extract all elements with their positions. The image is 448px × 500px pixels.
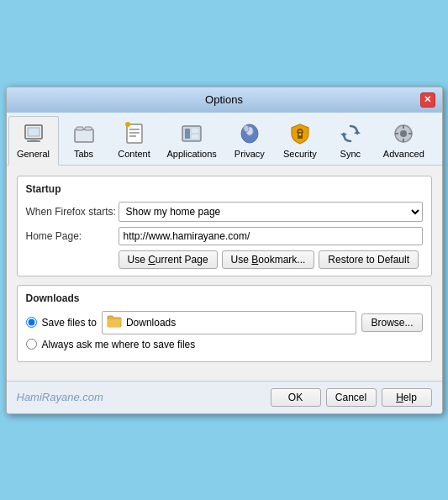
svg-rect-1 [28,128,40,136]
tab-advanced[interactable]: Advanced [376,116,432,165]
folder-icon [107,314,122,331]
advanced-icon [390,120,417,147]
options-window: Options ✕ General [6,87,443,414]
svg-marker-22 [340,134,347,137]
window-title: Options [29,93,420,106]
when-starts-select[interactable]: Show my home page [119,202,423,222]
tab-general[interactable]: General [8,116,59,166]
security-icon [287,120,314,147]
tab-privacy[interactable]: Privacy [224,116,275,165]
svg-rect-4 [75,129,93,142]
help-label: Help [396,392,417,403]
watermark: HamiRayane.com [17,391,103,403]
svg-rect-3 [30,139,37,140]
save-files-label: Save files to [42,317,97,329]
startup-section: Startup When Firefox starts: Show my hom… [17,176,432,276]
footer: HamiRayane.com OK Cancel Help [7,381,442,413]
save-files-radio[interactable] [26,317,37,328]
tab-security-label: Security [283,149,317,159]
tab-security[interactable]: Security [275,116,325,165]
use-bookmark-label: Use Bookmark... [231,254,306,266]
svg-rect-13 [185,129,190,139]
download-path-text: Downloads [126,317,176,329]
tab-content[interactable]: Content [109,116,160,165]
help-button[interactable]: Help [382,388,432,407]
startup-title: Startup [26,183,423,195]
tab-bar: General Tabs Con [7,113,442,166]
svg-rect-28 [408,133,412,134]
homepage-row: Home Page: [26,227,423,245]
close-button[interactable]: ✕ [420,92,435,108]
tab-tabs[interactable]: Tabs [59,116,109,165]
svg-rect-25 [403,125,404,129]
svg-marker-21 [354,130,361,134]
when-starts-label: When Firefox starts: [26,206,119,218]
content-icon [121,120,148,147]
privacy-icon [236,120,263,147]
tab-general-label: General [17,149,50,159]
svg-point-20 [298,133,301,135]
tabs-icon [71,120,98,147]
svg-rect-27 [395,133,398,134]
tab-applications-label: Applications [167,149,217,159]
svg-rect-5 [76,127,83,130]
homepage-label: Home Page: [26,230,119,242]
download-folder-display: Downloads [102,311,357,334]
tab-advanced-label: Advanced [383,149,424,159]
download-path-container: Downloads Browse... [102,311,423,334]
save-files-row: Save files to Downloads Browse... [26,311,423,334]
browse-button[interactable]: Browse... [361,313,422,332]
svg-point-11 [125,122,130,127]
svg-point-24 [400,130,407,137]
always-ask-label: Always ask me where to save files [42,339,196,350]
when-starts-row: When Firefox starts: Show my home page [26,202,423,222]
svg-rect-2 [27,140,40,142]
tab-sync-label: Sync [340,149,361,159]
downloads-title: Downloads [26,292,423,304]
svg-rect-26 [403,139,404,142]
tab-sync[interactable]: Sync [325,116,376,165]
sync-icon [337,120,364,147]
ok-button[interactable]: OK [271,388,321,407]
title-bar: Options ✕ [7,87,442,113]
use-bookmark-button[interactable]: Use Bookmark... [222,250,315,269]
restore-default-button[interactable]: Restore to Default [319,250,419,269]
svg-rect-15 [192,134,198,139]
main-content: Startup When Firefox starts: Show my hom… [7,166,442,381]
tab-content-label: Content [118,149,150,159]
svg-rect-7 [127,124,142,143]
use-current-page-button[interactable]: Use Current Page [119,250,218,269]
homepage-buttons: Use Current Page Use Bookmark... Restore… [26,250,423,269]
homepage-input[interactable] [119,227,423,245]
always-ask-radio[interactable] [26,339,37,350]
use-current-page-label: Use Current Page [128,254,208,266]
cancel-button[interactable]: Cancel [326,388,377,407]
downloads-section: Downloads Save files to Downloads [17,285,432,362]
tab-tabs-label: Tabs [74,149,93,159]
svg-rect-14 [192,129,198,133]
always-ask-row: Always ask me where to save files [26,339,423,350]
general-icon [20,120,47,147]
tab-privacy-label: Privacy [235,149,265,159]
svg-rect-6 [85,127,92,130]
applications-icon [178,120,205,147]
tab-applications[interactable]: Applications [160,116,224,165]
